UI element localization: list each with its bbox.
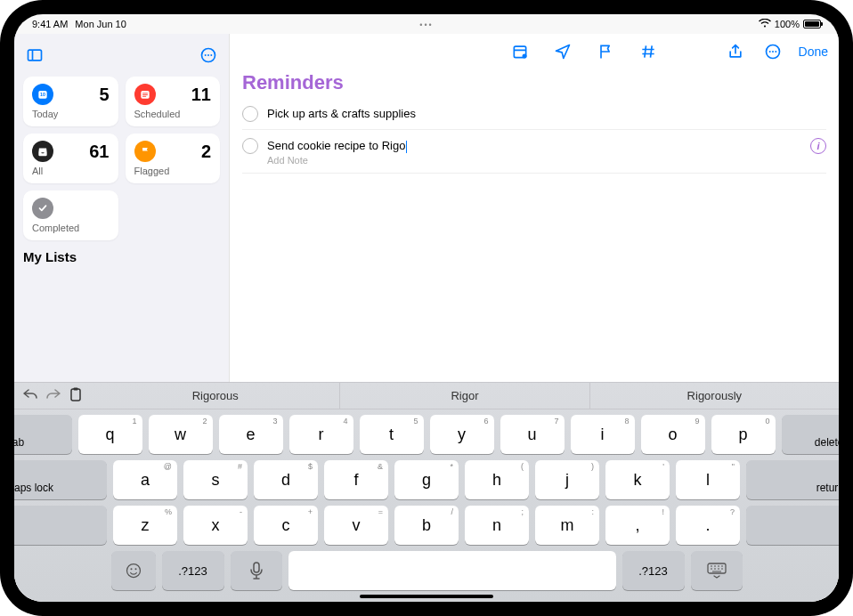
- redo-icon[interactable]: [46, 388, 61, 404]
- status-bar: 9:41 AM Mon Jun 10 ••• 100%: [14, 14, 839, 34]
- smart-list-count: 61: [89, 142, 109, 162]
- key-c[interactable]: +c: [254, 506, 318, 545]
- key-.[interactable]: ?.: [676, 506, 740, 545]
- key-e[interactable]: 3e: [219, 415, 283, 454]
- wifi-icon: [759, 19, 771, 29]
- key-f[interactable]: &f: [324, 460, 388, 499]
- key-n[interactable]: ;n: [465, 506, 529, 545]
- location-icon[interactable]: [551, 40, 574, 63]
- multitask-dots-icon[interactable]: •••: [419, 20, 433, 29]
- svg-point-18: [775, 51, 776, 53]
- svg-rect-24: [254, 563, 259, 572]
- calendar-lines-icon: [134, 84, 156, 105]
- key-p[interactable]: 0p: [711, 415, 776, 454]
- smart-list-today[interactable]: 105Today: [23, 77, 118, 126]
- key-o[interactable]: 9o: [641, 415, 705, 454]
- reminder-row[interactable]: Pick up arts & crafts supplies: [242, 98, 826, 130]
- key-b[interactable]: /b: [394, 506, 459, 545]
- key-i[interactable]: 8i: [571, 415, 635, 454]
- reminder-title[interactable]: Send cookie recipe to Rigo: [267, 139, 407, 152]
- delete-key[interactable]: delete: [782, 415, 840, 454]
- complete-toggle[interactable]: [242, 106, 258, 122]
- clipboard-icon[interactable]: [69, 387, 82, 405]
- key-l[interactable]: "l: [676, 460, 740, 499]
- share-icon[interactable]: [724, 40, 747, 63]
- shift-key[interactable]: shift: [14, 506, 107, 545]
- svg-point-14: [523, 54, 527, 59]
- smart-list-label: Scheduled: [134, 109, 212, 119]
- tray-icon: [32, 141, 53, 162]
- numbers-key-left[interactable]: .?123: [162, 551, 224, 590]
- main-more-icon[interactable]: [761, 40, 784, 63]
- svg-rect-0: [28, 50, 42, 61]
- reminder-row[interactable]: Send cookie recipe to RigoAdd Notei: [242, 130, 826, 174]
- keyboard-suggestion[interactable]: Rigor: [339, 383, 589, 409]
- svg-point-17: [772, 51, 774, 53]
- smart-list-flagged[interactable]: 2Flagged: [126, 134, 221, 183]
- svg-point-4: [207, 54, 209, 56]
- sidebar-toggle-icon[interactable]: [23, 44, 46, 67]
- flag-icon[interactable]: [594, 40, 617, 63]
- svg-point-16: [768, 51, 770, 53]
- keyboard-suggestion[interactable]: Rigorously: [589, 383, 839, 409]
- key-a[interactable]: @a: [113, 460, 177, 499]
- key-u[interactable]: 7u: [500, 415, 565, 454]
- svg-rect-20: [74, 387, 78, 390]
- key-g[interactable]: *g: [394, 460, 459, 499]
- key-r[interactable]: 4r: [289, 415, 353, 454]
- svg-point-3: [205, 54, 207, 56]
- battery-pct: 100%: [775, 19, 800, 29]
- key-m[interactable]: :m: [535, 506, 599, 545]
- key-,[interactable]: !,: [605, 506, 670, 545]
- key-x[interactable]: -x: [183, 506, 248, 545]
- key-v[interactable]: =v: [324, 506, 388, 545]
- sidebar-more-icon[interactable]: [197, 44, 220, 67]
- check-icon: [32, 198, 53, 219]
- calendar-icon: 10: [32, 84, 53, 105]
- key-d[interactable]: $d: [254, 460, 318, 499]
- numbers-key-right[interactable]: .?123: [622, 551, 685, 590]
- key-z[interactable]: %z: [113, 506, 177, 545]
- calendar-pick-icon[interactable]: [508, 40, 532, 63]
- key-h[interactable]: (h: [465, 460, 529, 499]
- smart-list-count: 2: [201, 142, 211, 162]
- status-time: 9:41 AM: [32, 19, 68, 29]
- svg-text:10: 10: [40, 92, 45, 97]
- shift-key[interactable]: shift: [746, 506, 839, 545]
- onscreen-keyboard: RigorousRigorRigorously tab1q2w3e4r5t6y7…: [14, 382, 839, 602]
- done-button[interactable]: Done: [799, 45, 828, 59]
- key-t[interactable]: 5t: [360, 415, 424, 454]
- info-icon[interactable]: i: [810, 138, 826, 154]
- key-s[interactable]: #s: [183, 460, 248, 499]
- complete-toggle[interactable]: [242, 138, 258, 154]
- key-w[interactable]: 2w: [149, 415, 213, 454]
- key-y[interactable]: 6y: [430, 415, 494, 454]
- smart-list-all[interactable]: 61All: [23, 134, 118, 183]
- smart-list-completed[interactable]: Completed: [23, 190, 118, 240]
- smart-list-count: 11: [191, 85, 211, 105]
- tab-key[interactable]: tab: [14, 415, 72, 454]
- svg-rect-19: [71, 389, 80, 401]
- hide-keyboard-key[interactable]: [691, 551, 743, 590]
- undo-icon[interactable]: [23, 388, 37, 404]
- reminder-title[interactable]: Pick up arts & crafts supplies: [267, 107, 416, 120]
- space-key[interactable]: [288, 551, 616, 590]
- caps-lock-key[interactable]: caps lock: [14, 460, 107, 499]
- flag-icon: [134, 141, 156, 162]
- my-lists-header: My Lists: [23, 249, 220, 264]
- dictation-key[interactable]: [231, 551, 282, 590]
- status-date: Mon Jun 10: [75, 19, 126, 29]
- key-k[interactable]: 'k: [605, 460, 670, 499]
- emoji-key[interactable]: [111, 551, 156, 590]
- hashtag-icon[interactable]: [637, 40, 660, 63]
- smart-list-count: 5: [99, 85, 109, 105]
- return-key[interactable]: return: [746, 460, 839, 499]
- smart-list-scheduled[interactable]: 11Scheduled: [126, 77, 221, 126]
- smart-list-label: Completed: [32, 223, 110, 233]
- keyboard-suggestion[interactable]: Rigorous: [91, 383, 339, 409]
- key-j[interactable]: )j: [535, 460, 599, 499]
- key-q[interactable]: 1q: [78, 415, 142, 454]
- home-indicator[interactable]: [360, 595, 493, 598]
- svg-point-21: [126, 564, 140, 578]
- add-note-placeholder[interactable]: Add Note: [267, 155, 801, 166]
